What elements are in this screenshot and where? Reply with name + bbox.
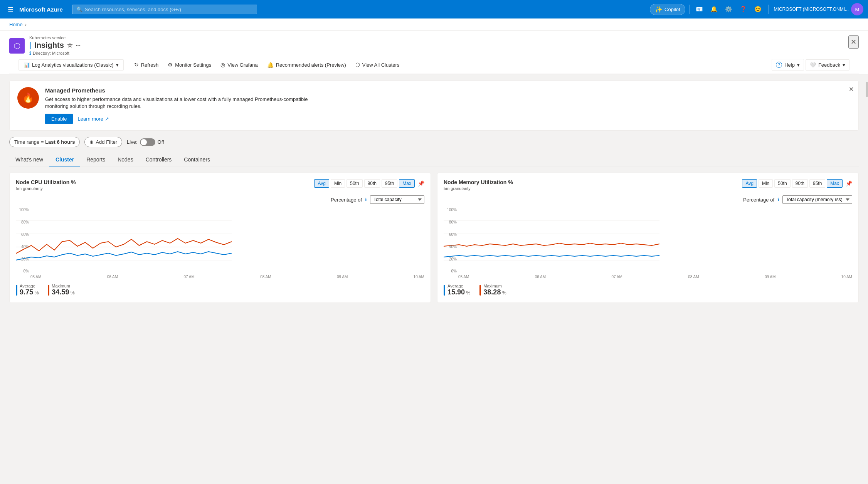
cpu-95th-btn[interactable]: 95th (382, 179, 397, 188)
cpu-avg-info: Average 9.75 % (20, 284, 39, 296)
cpu-max-btn[interactable]: Max (399, 179, 415, 188)
filter-icon: ⊕ (89, 139, 94, 145)
cpu-min-btn[interactable]: Min (331, 179, 345, 188)
feedback-nav-icon[interactable]: 😊 (752, 3, 764, 15)
toolbar: 📊 Log Analytics visualizations (Classic)… (9, 56, 859, 74)
cpu-pin-icon[interactable]: 📌 (418, 180, 424, 187)
close-button[interactable]: ✕ (848, 35, 859, 49)
search-box[interactable]: 🔍 (72, 5, 257, 14)
memory-y-100: 100% (447, 208, 457, 212)
tab-controllers[interactable]: Controllers (140, 153, 178, 166)
tab-nodes[interactable]: Nodes (111, 153, 139, 166)
memory-chart-header: Node Memory Utilization % 5m granularity… (444, 179, 852, 191)
directory-info-icon: ℹ (29, 50, 31, 56)
more-options-icon[interactable]: ··· (76, 42, 81, 49)
scrollbar[interactable] (865, 77, 868, 368)
help-question-icon: ? (776, 62, 782, 68)
cpu-title-text: Node CPU Utilization % (16, 179, 76, 185)
copilot-icon: ✨ (655, 6, 663, 13)
cpu-percentage-select[interactable]: Total capacity Allocatable capacity (370, 195, 424, 204)
hamburger-menu[interactable]: ☰ (5, 4, 16, 15)
cpu-avg-unit: % (35, 290, 39, 296)
memory-max-legend: Maximum 38.28 % (479, 284, 506, 296)
prometheus-icon: 🔥 (17, 87, 39, 109)
cpu-max-info: Maximum 34.59 % (52, 284, 74, 296)
settings-icon[interactable]: ⚙️ (723, 3, 735, 15)
cpu-90th-btn[interactable]: 90th (364, 179, 380, 188)
main-content: 🔥 Managed Prometheus Get access to highe… (0, 74, 868, 484)
memory-x-08am: 08 AM (688, 275, 699, 279)
search-input[interactable] (85, 7, 231, 12)
memory-avg-btn[interactable]: Avg (742, 179, 757, 188)
view-all-clusters-button[interactable]: ⬡ View All Clusters (352, 59, 404, 70)
memory-max-color (479, 285, 481, 296)
tab-containers[interactable]: Containers (178, 153, 216, 166)
refresh-button[interactable]: ↻ Refresh (130, 59, 163, 70)
view-grafana-button[interactable]: ◎ View Grafana (217, 59, 262, 70)
cpu-50th-btn[interactable]: 50th (347, 179, 362, 188)
scrollbar-thumb[interactable] (866, 82, 868, 97)
azure-brand: Microsoft Azure (19, 6, 63, 13)
memory-max-info: Maximum 38.28 % (483, 284, 506, 296)
memory-max-label: Maximum (483, 284, 506, 288)
cpu-y-0: 0% (24, 269, 29, 273)
promo-close-button[interactable]: ✕ (849, 86, 854, 93)
tab-cluster[interactable]: Cluster (49, 153, 80, 166)
promo-title: Managed Prometheus (45, 87, 315, 94)
memory-pin-icon[interactable]: 📌 (846, 180, 852, 187)
time-range-button[interactable]: Time range = Last 6 hours (9, 137, 80, 147)
memory-percentage-select[interactable]: Total capacity (memory rss) Allocatable … (782, 195, 852, 204)
memory-chart-title: Node Memory Utilization % 5m granularity (444, 179, 513, 191)
memory-max-btn[interactable]: Max (827, 179, 843, 188)
cpu-y-20: 20% (21, 257, 29, 261)
cpu-x-10am: 10 AM (414, 275, 424, 279)
memory-90th-btn[interactable]: 90th (792, 179, 808, 188)
bell-icon[interactable]: 🔔 (708, 3, 720, 15)
enable-button[interactable]: Enable (45, 114, 73, 124)
avatar[interactable]: M (851, 3, 863, 15)
memory-50th-btn[interactable]: 50th (774, 179, 790, 188)
copilot-button[interactable]: ✨ Copilot (650, 4, 685, 15)
cpu-granularity: 5m granularity (16, 186, 76, 191)
memory-95th-btn[interactable]: 95th (809, 179, 825, 188)
live-toggle[interactable] (140, 138, 155, 146)
home-link[interactable]: Home (9, 22, 23, 27)
memory-avg-label: Average (447, 284, 470, 288)
learn-more-link[interactable]: Learn more ↗ (77, 116, 109, 122)
cpu-avg-btn[interactable]: Avg (314, 179, 329, 188)
feedback-chevron: ▾ (843, 62, 845, 68)
favorite-icon[interactable]: ☆ (67, 42, 72, 49)
memory-y-40: 40% (449, 245, 457, 249)
view-selector[interactable]: 📊 Log Analytics visualizations (Classic)… (19, 59, 124, 71)
memory-chart-options: Percentage of ℹ Total capacity (memory r… (444, 195, 852, 204)
cpu-max-value: 34.59 (52, 288, 69, 296)
monitor-settings-button[interactable]: ⚙ Monitor Settings (164, 59, 215, 70)
add-filter-button[interactable]: ⊕ Add Filter (84, 137, 122, 147)
tabs: What's new Cluster Reports Nodes Control… (9, 153, 859, 166)
email-icon[interactable]: 📧 (693, 3, 706, 15)
recommended-alerts-button[interactable]: 🔔 Recommended alerts (Preview) (263, 59, 350, 70)
memory-info-icon[interactable]: ℹ (777, 197, 779, 202)
tab-reports[interactable]: Reports (80, 153, 111, 166)
cpu-max-label: Maximum (52, 284, 74, 288)
time-range-label: Time range (14, 139, 39, 145)
cpu-chart-svg (16, 208, 424, 273)
toolbar-right: ? Help ▾ 🤍 Feedback ▾ (772, 59, 849, 71)
live-off-label: Off (158, 139, 164, 145)
help-dropdown[interactable]: ? Help ▾ (772, 59, 804, 71)
help-icon[interactable]: ❓ (737, 3, 750, 15)
memory-avg-info: Average 15.90 % (447, 284, 470, 296)
view-grafana-label: View Grafana (227, 62, 258, 68)
memory-max-value-row: 38.28 % (483, 288, 506, 296)
feedback-dropdown[interactable]: 🤍 Feedback ▾ (806, 59, 849, 71)
cpu-x-axis: 05 AM 06 AM 07 AM 08 AM 09 AM 10 AM (30, 275, 424, 279)
cpu-max-value-row: 34.59 % (52, 288, 74, 296)
tab-whats-new[interactable]: What's new (9, 153, 49, 166)
memory-min-btn[interactable]: Min (759, 179, 773, 188)
cpu-info-icon[interactable]: ℹ (365, 197, 367, 202)
monitor-settings-icon: ⚙ (168, 62, 173, 68)
memory-title-text: Node Memory Utilization % (444, 179, 513, 185)
learn-more-label: Learn more (77, 116, 103, 122)
help-chevron: ▾ (797, 62, 800, 68)
live-toggle-group: Live: Off (127, 138, 164, 146)
